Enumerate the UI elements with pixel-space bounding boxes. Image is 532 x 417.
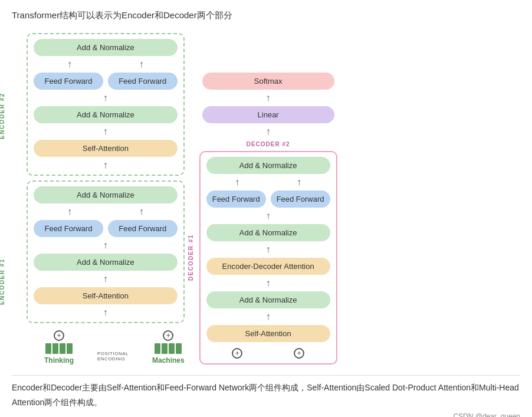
dec-add-norm-2: Add & Normalize [206,224,330,241]
enc2-ff-left: Feed Forward [34,73,103,90]
enc2-ff-row: Feed Forward Feed Forward [34,73,178,90]
word-label-thinking: Thinking [44,356,74,365]
bar-x1-4 [67,343,73,354]
dec-plus-1: + [232,348,242,359]
footer-text: Encoder和Decoder主要由Self-Attention和Feed-Fo… [12,380,520,410]
enc1-ff-row: Feed Forward Feed Forward [34,220,178,237]
encoder-input-row: + Thinking POSITIONALENCODING + [27,330,185,365]
softmax-layer: Softmax [202,73,334,90]
bar-x2-3 [169,343,175,354]
bar-x2-2 [162,343,168,354]
enc1-add-norm-top: Add & Normalize [34,186,178,203]
enc2-arrow-3: ↑ [34,127,178,136]
enc1-arrows-1: ↑ ↑ [34,207,178,216]
page-title: Transformer结构可以表示为Encoder和Decoder两个部分 [12,9,520,22]
enc2-add-norm-2: Add & Normalize [34,106,178,123]
dec-add-norm-3: Add & Normalize [206,291,330,308]
dec-ff-right: Feed Forward [271,191,330,208]
input-item-x2: + Machines [152,330,185,365]
dec-arrows-bottom: + + [206,348,330,359]
top-layers: Softmax ↑ Linear ↑ DECODER #2 [199,73,337,149]
input-bars-x2 [155,343,182,354]
dec-enc-dec-attention: Encoder-Decoder Attention [206,258,330,275]
decoder-block-1: DECODER #1 Add & Normalize ↑ ↑ Feed Forw… [199,151,337,365]
encoder-block-2: Add & Normalize ↑ ↑ Feed Forward Feed Fo… [27,33,185,176]
decoder-label-1: DECODER #1 [188,152,194,363]
enc2-arrows-1: ↑ ↑ [34,60,178,69]
enc2-arrow-2: ↑ [34,93,178,103]
bar-x1-2 [52,343,58,354]
decoder-label-2: DECODER #2 [202,141,334,147]
enc1-ff-left: Feed Forward [34,220,103,237]
enc2-self-attention: Self-Attention [34,140,178,157]
bar-x1-3 [60,343,65,354]
divider [12,375,520,376]
input-bars-x1 [45,343,73,354]
enc1-add-norm-mid: Add & Normalize [34,254,178,271]
enc2-ff-right: Feed Forward [108,73,178,90]
diagram-area: ENCODER #2 ENCODER #1 Add & Normalize ↑ … [12,33,520,365]
dec-plus-2: + [294,348,304,359]
enc1-arrow-4: ↑ [34,308,178,317]
enc1-self-attention: Self-Attention [34,287,178,304]
enc2-add-norm-1: Add & Normalize [34,39,178,56]
plus-circle-x1: + [54,330,64,341]
decoder-section: Softmax ↑ Linear ↑ DECODER #2 DECODER #1… [191,73,337,365]
dec-arrows-1: ↑ ↑ [206,178,330,187]
plus-circle-x2: + [163,330,173,341]
enc2-arrow-4: ↑ [34,160,178,170]
encoder-label-1: ENCODER #1 [0,199,5,365]
dec-self-attention: Self-Attention [206,325,330,342]
linear-layer: Linear [202,106,334,123]
dec-add-norm-top: Add & Normalize [206,157,330,174]
dec-ff-row: Feed Forward Feed Forward [206,191,330,208]
enc1-ff-right: Feed Forward [108,220,178,237]
input-item-x1: + Thinking [44,330,74,365]
dec-ff-left: Feed Forward [206,191,266,208]
pos-enc-label: POSITIONALENCODING [97,351,129,362]
csdn-label: CSDN @dear_queen [12,412,520,417]
encoder-block-1: Add & Normalize ↑ ↑ Feed Forward Feed Fo… [27,180,185,323]
enc1-arrow-3: ↑ [34,274,178,284]
enc1-arrow-2: ↑ [34,241,178,250]
encoder-label-2: ENCODER #2 [0,33,5,199]
bar-x2-4 [176,343,182,354]
word-label-machines: Machines [152,356,185,365]
encoder-section: ENCODER #2 ENCODER #1 Add & Normalize ↑ … [12,33,185,365]
page-container: Transformer结构可以表示为Encoder和Decoder两个部分 EN… [12,9,520,417]
bar-x1-1 [45,343,51,354]
bar-x2-1 [155,343,160,354]
